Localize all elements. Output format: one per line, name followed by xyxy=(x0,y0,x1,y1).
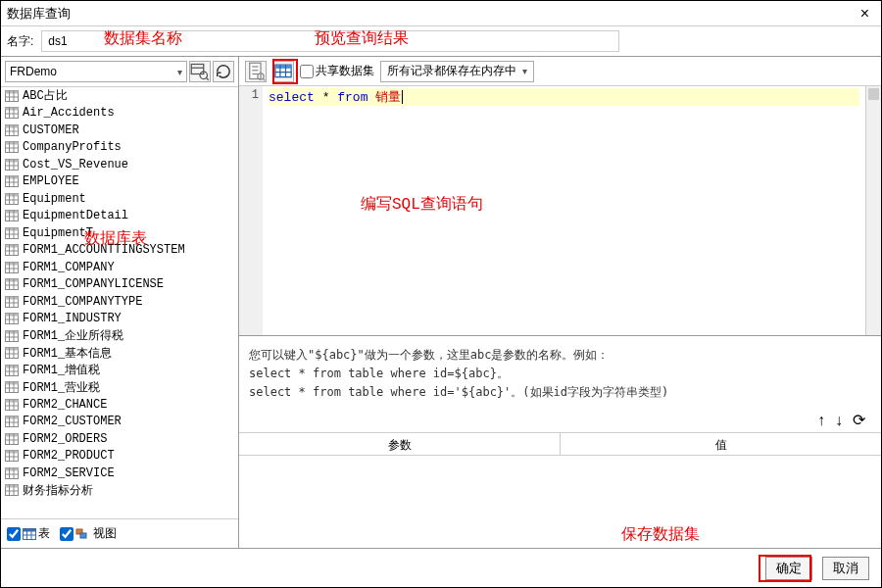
svg-rect-5 xyxy=(6,90,19,93)
table-item[interactable]: Equipment xyxy=(1,190,238,208)
table-item[interactable]: FORM2_ORDERS xyxy=(1,430,238,448)
filter-views-checkbox[interactable]: 视图 xyxy=(60,525,117,542)
param-col-name: 参数 xyxy=(239,433,561,455)
svg-rect-75 xyxy=(6,330,19,333)
table-item[interactable]: ABC占比 xyxy=(1,87,238,105)
table-item-label: FORM1_COMPANYTYPE xyxy=(23,295,142,309)
table-item-label: FORM1_COMPANY xyxy=(23,261,115,274)
table-item[interactable]: FORM2_CUSTOMER xyxy=(1,414,238,431)
sql-scrollbar[interactable] xyxy=(865,86,881,335)
datasource-combo[interactable]: FRDemo ▾ xyxy=(5,61,187,82)
table-item[interactable]: EquipmentT xyxy=(1,224,238,242)
table-item-label: FORM1_COMPANYLICENSE xyxy=(23,277,164,291)
sql-text[interactable]: select * from 销量 编写SQL查询语句 xyxy=(263,86,865,335)
table-item[interactable]: FORM1_营业税 xyxy=(1,379,238,397)
table-item[interactable]: CompanyProfits xyxy=(1,139,238,157)
search-table-icon[interactable] xyxy=(189,61,211,82)
table-item-label: FORM2_PRODUCT xyxy=(23,449,115,463)
share-dataset-checkbox[interactable]: 共享数据集 xyxy=(300,63,374,79)
table-item[interactable]: FORM2_PRODUCT xyxy=(1,448,238,466)
table-item[interactable]: FORM1_COMPANY xyxy=(1,259,238,276)
svg-rect-90 xyxy=(6,382,19,385)
sql-gutter: 1 xyxy=(239,86,263,335)
table-icon xyxy=(23,528,36,540)
sql-editor[interactable]: 1 select * from 销量 编写SQL查询语句 xyxy=(239,86,881,336)
table-item-label: EMPLOYEE xyxy=(23,174,79,188)
annotation-write-sql: 编写SQL查询语句 xyxy=(361,194,483,215)
svg-rect-80 xyxy=(6,348,19,351)
param-refresh-icon[interactable]: ⟳ xyxy=(853,411,865,429)
table-item[interactable]: FORM1_INDUSTRY xyxy=(1,311,238,328)
table-icon xyxy=(5,347,19,359)
left-footer: 表 视图 xyxy=(1,518,238,548)
table-item[interactable]: EquipmentDetail xyxy=(1,208,238,225)
table-item[interactable]: Cost_VS_Revenue xyxy=(1,156,238,173)
tables-label: 表 xyxy=(38,525,50,542)
param-up-icon[interactable]: ↑ xyxy=(817,412,825,429)
table-icon xyxy=(5,381,19,393)
svg-rect-65 xyxy=(6,296,19,299)
table-icon xyxy=(5,262,19,273)
svg-rect-20 xyxy=(6,142,19,145)
window-title: 数据库查询 xyxy=(7,5,71,23)
table-item[interactable]: Air_Accidents xyxy=(1,105,238,122)
cancel-button[interactable]: 取消 xyxy=(822,557,869,580)
svg-rect-115 xyxy=(6,467,19,470)
table-item[interactable]: FORM1_增值税 xyxy=(1,362,238,379)
svg-rect-125 xyxy=(24,528,36,531)
table-item[interactable]: FORM1_COMPANYTYPE xyxy=(1,293,238,311)
hint-line2: select * from table where id=${abc}。 xyxy=(249,365,871,383)
views-label: 视图 xyxy=(93,525,117,542)
views-checkbox[interactable] xyxy=(60,527,74,541)
table-item[interactable]: FORM1_ACCOUNTTINGSYSTEM xyxy=(1,242,238,260)
table-item-label: FORM2_CUSTOMER xyxy=(23,415,122,428)
share-checkbox[interactable] xyxy=(300,65,314,78)
svg-rect-10 xyxy=(6,108,19,111)
table-item-label: CompanyProfits xyxy=(23,140,122,154)
table-item-label: FORM1_INDUSTRY xyxy=(23,312,122,325)
table-icon xyxy=(5,450,19,462)
kw-table: 销量 xyxy=(375,88,401,106)
table-icon xyxy=(5,244,19,256)
table-item[interactable]: 财务指标分析 xyxy=(1,482,238,500)
table-icon xyxy=(5,278,19,290)
hint-text: 您可以键入"${abc}"做为一个参数，这里abc是参数的名称。例如： sele… xyxy=(239,336,881,409)
table-item[interactable]: FORM2_CHANCE xyxy=(1,396,238,414)
memory-dropdown[interactable]: 所有记录都保存在内存中 ▾ xyxy=(380,61,534,82)
document-icon[interactable] xyxy=(245,61,267,82)
table-item-label: FORM1_营业税 xyxy=(23,379,100,396)
refresh-icon[interactable] xyxy=(213,61,234,82)
ok-button[interactable]: 确定 xyxy=(765,557,812,580)
svg-rect-138 xyxy=(275,65,291,69)
table-item-label: 财务指标分析 xyxy=(23,482,93,499)
tables-checkbox[interactable] xyxy=(7,527,21,541)
table-item-label: ABC占比 xyxy=(23,87,68,104)
table-item[interactable]: FORM1_基本信息 xyxy=(1,345,238,363)
param-col-value: 值 xyxy=(561,433,881,455)
table-item-label: CUSTOMER xyxy=(23,123,79,137)
table-item-label: FORM1_ACCOUNTTINGSYSTEM xyxy=(23,243,185,257)
chevron-down-icon: ▾ xyxy=(177,67,182,77)
table-icon xyxy=(5,90,19,102)
table-list[interactable]: ABC占比Air_AccidentsCUSTOMERCompanyProfits… xyxy=(1,87,238,518)
kw-from: from xyxy=(337,90,368,105)
table-item[interactable]: EMPLOYEE xyxy=(1,173,238,191)
table-item[interactable]: FORM1_COMPANYLICENSE xyxy=(1,276,238,294)
table-item[interactable]: CUSTOMER xyxy=(1,122,238,139)
param-down-icon[interactable]: ↓ xyxy=(835,412,843,429)
table-item-label: FORM2_ORDERS xyxy=(23,432,107,446)
preview-icon[interactable] xyxy=(272,61,294,82)
table-item-label: Equipment xyxy=(23,192,86,206)
scroll-thumb[interactable] xyxy=(868,88,879,100)
dataset-name-input[interactable] xyxy=(41,30,619,52)
table-item[interactable]: FORM1_企业所得税 xyxy=(1,327,238,345)
svg-line-3 xyxy=(206,77,209,80)
table-item[interactable]: FORM2_SERVICE xyxy=(1,465,238,482)
table-icon xyxy=(5,141,19,153)
table-icon xyxy=(5,124,19,136)
filter-tables-checkbox[interactable]: 表 xyxy=(7,525,50,542)
table-icon xyxy=(5,313,19,324)
param-body[interactable] xyxy=(239,456,881,548)
close-icon[interactable]: × xyxy=(855,5,875,23)
hint-line1: 您可以键入"${abc}"做为一个参数，这里abc是参数的名称。例如： xyxy=(249,346,871,365)
